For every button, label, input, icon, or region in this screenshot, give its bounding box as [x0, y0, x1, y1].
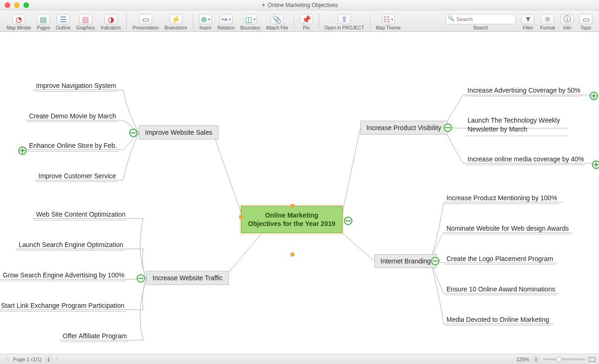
expand-toggle-ad-coverage[interactable] [590, 92, 598, 100]
leaf-product-mentioning[interactable]: Increase Product Mentioning by 100% [445, 193, 559, 204]
mapminder-button[interactable]: ◔Map Minder [4, 14, 34, 31]
filter-button[interactable]: ▼Filter [519, 14, 537, 31]
central-line2: Objectives for the Year 2019 [248, 219, 336, 228]
maptheme-button[interactable]: ☷▾Map Theme [373, 14, 403, 31]
central-topic[interactable]: Online Marketing Objectives for the Year… [241, 206, 343, 233]
presentation-button[interactable]: ▭Presentation [130, 14, 161, 31]
leaf-media-devoted[interactable]: Media Devoted to Online Marketing [445, 315, 551, 326]
status-bar: 〈 Page-1 (1/1) ▲▼ 〉 125% ▲▼ [0, 354, 599, 364]
search-field[interactable]: Search [443, 14, 519, 31]
leaf-link-exchange[interactable]: Start Link Exchange Program Participatio… [0, 301, 126, 312]
boundary-button[interactable]: ◫▾Boundary [237, 14, 263, 31]
central-topic-wrap[interactable]: Online Marketing Objectives for the Year… [241, 206, 343, 233]
outline-button[interactable]: ☰Outline [53, 14, 73, 31]
fit-view-button[interactable] [589, 357, 595, 362]
branch-improve-sales[interactable]: Improve Website Sales [139, 125, 219, 139]
leaf-logo-placement[interactable]: Create the Logo Placement Program [445, 254, 555, 265]
toolbar: ◔Map Minder ▤Pages ☰Outline ▧Graphics ◑I… [0, 10, 599, 32]
leaf-media-coverage[interactable]: Increase online media coverage by 40% [466, 154, 586, 165]
central-line1: Online Marketing [248, 211, 336, 219]
search-input[interactable] [446, 14, 516, 24]
pin-button[interactable]: 📌Pin [297, 14, 316, 31]
attachfile-button[interactable]: 📎Attach File [263, 14, 291, 31]
leaf-improve-navigation[interactable]: Improve Navigation System [34, 81, 118, 92]
branch-increase-traffic[interactable]: Increase Website Traffic [146, 271, 229, 285]
collapse-toggle-product-visibility[interactable] [444, 124, 452, 132]
collapse-toggle-increase-traffic[interactable] [137, 274, 145, 283]
leaf-customer-service[interactable]: Improve Customer Service [37, 171, 118, 182]
info-button[interactable]: ⓘInfo [558, 14, 577, 31]
relation-button[interactable]: ↪▾Relation [215, 14, 238, 31]
format-button[interactable]: ⚛Format [537, 14, 558, 31]
page-stepper[interactable]: ▲▼ [45, 356, 51, 363]
leaf-newsletter[interactable]: Launch The Technology Weekly Newsletter … [466, 115, 568, 136]
zoom-level[interactable]: 125% [516, 357, 529, 362]
leaf-demo-movie[interactable]: Create Demo Movie by March [27, 111, 118, 122]
next-page-button[interactable]: 〉 [55, 355, 61, 363]
open-in-project-button[interactable]: ⇪Open in PROJECT [322, 14, 367, 31]
mindmap-canvas[interactable]: Online Marketing Objectives for the Year… [0, 32, 599, 345]
leaf-affiliate[interactable]: Offer Affiliate Program [61, 331, 129, 342]
leaf-nominate-awards[interactable]: Nominate Website for Web design Awards [445, 224, 570, 234]
search-label: Search [473, 25, 488, 30]
leaf-enhance-store[interactable]: Enhance Online Store by Feb. [27, 141, 119, 152]
zoom-slider[interactable] [543, 358, 585, 360]
collapse-toggle-central[interactable] [344, 217, 352, 225]
topic-button[interactable]: ▭Topic [577, 14, 595, 31]
expand-toggle-media-coverage[interactable] [592, 160, 599, 169]
pages-button[interactable]: ▤Pages [34, 14, 53, 31]
zoom-stepper[interactable]: ▲▼ [533, 356, 539, 363]
collapse-toggle-improve-sales[interactable] [129, 129, 138, 137]
brainstorm-button[interactable]: ⚡Brainstorm [161, 14, 190, 31]
window-title: ✦Online Marketing Objectives [0, 2, 599, 8]
page-indicator[interactable]: Page-1 (1/1) [13, 357, 42, 362]
leaf-seo[interactable]: Launch Search Engine Optimization [17, 240, 125, 251]
leaf-content-optimization[interactable]: Web Site Content Optimization [34, 210, 127, 220]
title-bar: ✦Online Marketing Objectives [0, 0, 599, 10]
leaf-sea[interactable]: Grow Search Engine Advertising by 100% [1, 270, 126, 281]
doc-icon: ✦ [261, 2, 266, 8]
leaf-ad-coverage[interactable]: Increase Advertising Coverage by 50% [466, 86, 582, 96]
graphics-button[interactable]: ▧Graphics [73, 14, 98, 31]
expand-toggle-enhance-store[interactable] [18, 146, 27, 155]
prev-page-button[interactable]: 〈 [4, 355, 9, 363]
connector-lines [0, 32, 599, 345]
branch-product-visibility[interactable]: Increase Product Visibility [360, 121, 447, 135]
indicators-button[interactable]: ◑Indicators [98, 14, 124, 31]
branch-internet-branding[interactable]: Internet Branding [374, 254, 437, 268]
insert-button[interactable]: ⊕▾Insert [196, 14, 215, 31]
collapse-toggle-internet-branding[interactable] [431, 257, 439, 265]
leaf-award-nominations[interactable]: Ensure 10 Online Award Nominations [445, 284, 557, 295]
